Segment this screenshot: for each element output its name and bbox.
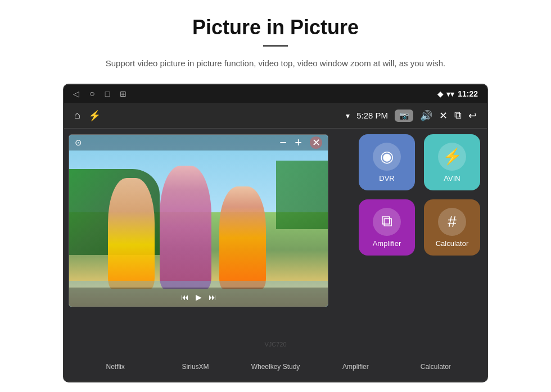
- calculator-label: Calculator: [436, 239, 469, 248]
- calculator-symbol: #: [448, 213, 457, 231]
- status-time: 11:22: [458, 89, 478, 98]
- pip-plus-button[interactable]: +: [295, 135, 302, 150]
- pip-bottom-bar: ⏮ ▶ ⏭: [69, 288, 328, 307]
- title-divider: [263, 45, 288, 47]
- app-icon-amplifier[interactable]: ⧉ Amplifier: [359, 199, 415, 256]
- netflix-name: Netflix: [106, 363, 125, 371]
- app-bar-time: 5:28 PM: [356, 111, 388, 120]
- device-frame: ◁ ○ □ ⊞ ◆ ▾▾ 11:22 ⌂ ⚡ ▾ 5:28 PM 📷 🔊: [63, 84, 488, 382]
- pip-next-button[interactable]: ⏭: [209, 293, 216, 302]
- app-bar-left: ⌂ ⚡: [74, 110, 101, 122]
- recents-nav-icon[interactable]: □: [105, 89, 110, 98]
- app-icon-calculator[interactable]: # Calculator: [424, 199, 480, 256]
- photo-icon: ⊞: [120, 89, 127, 98]
- status-bar: ◁ ○ □ ⊞ ◆ ▾▾ 11:22: [64, 85, 487, 103]
- dvr-label: DVR: [379, 174, 394, 183]
- amplifier-label: Amplifier: [373, 239, 401, 248]
- dvr-symbol: ◉: [380, 147, 394, 166]
- main-content: ◉ ⊙ − + ✕: [64, 129, 487, 381]
- pip-play-button[interactable]: ▶: [196, 293, 202, 302]
- home-nav-icon[interactable]: ○: [89, 89, 95, 99]
- pip-top-bar: ⊙ − + ✕: [69, 135, 328, 151]
- status-bar-right: ◆ ▾▾ 11:22: [437, 89, 478, 98]
- bottom-app-amplifier[interactable]: Amplifier: [315, 363, 395, 371]
- pip-close-button[interactable]: ✕: [310, 136, 322, 149]
- back-icon[interactable]: ↩: [468, 110, 477, 122]
- camera-button[interactable]: 📷: [395, 110, 413, 122]
- calculator-bottom-name: Calculator: [421, 363, 451, 371]
- close-icon[interactable]: ✕: [439, 110, 448, 122]
- avin-symbol: ⚡: [442, 147, 462, 166]
- wifi-signal-icon: ▾▾: [446, 90, 454, 98]
- app-bar-right: ▾ 5:28 PM 📷 🔊 ✕ ⧉ ↩: [346, 110, 477, 122]
- pip-record-icon: ⊙: [75, 138, 82, 148]
- pip-window-icon[interactable]: ⧉: [454, 110, 462, 121]
- bottom-app-calculator[interactable]: Calculator: [396, 363, 476, 371]
- pip-prev-button[interactable]: ⏮: [181, 293, 189, 302]
- page-title: Picture in Picture: [192, 16, 359, 39]
- siriusxm-name: SiriusXM: [182, 363, 209, 371]
- status-bar-left: ◁ ○ □ ⊞: [73, 89, 127, 99]
- wheelkey-name: Wheelkey Study: [251, 363, 300, 371]
- amplifier-symbol: ⧉: [381, 212, 392, 231]
- app-labels-row: Netflix SiriusXM Wheelkey Study Amplifie…: [64, 352, 487, 381]
- pip-minus-button[interactable]: −: [279, 135, 287, 150]
- app-bar: ⌂ ⚡ ▾ 5:28 PM 📷 🔊 ✕ ⧉ ↩: [64, 103, 487, 129]
- app-icons-right: ◉ DVR ⚡ AVIN ⧉ Amplifier: [359, 134, 480, 256]
- usb-icon: ⚡: [88, 110, 101, 122]
- back-nav-icon[interactable]: ◁: [73, 89, 79, 98]
- avin-label: AVIN: [444, 174, 460, 183]
- app-icon-dvr[interactable]: ◉ DVR: [359, 134, 415, 190]
- pip-video-overlay[interactable]: ⊙ − + ✕: [69, 134, 328, 307]
- page-subtitle: Support video picture in picture functio…: [106, 57, 445, 70]
- home-icon[interactable]: ⌂: [74, 110, 80, 121]
- page-container: Picture in Picture Support video picture…: [0, 0, 551, 392]
- bottom-app-netflix[interactable]: Netflix: [75, 363, 155, 371]
- wifi-icon: ▾: [346, 111, 350, 120]
- location-icon: ◆: [437, 90, 443, 98]
- pip-video-content: [69, 135, 328, 307]
- bottom-app-wheelkey[interactable]: Wheelkey Study: [236, 363, 315, 371]
- bottom-app-siriusxm[interactable]: SiriusXM: [155, 363, 235, 371]
- pip-playback-controls: ⏮ ▶ ⏭: [181, 293, 216, 302]
- amplifier-bottom-name: Amplifier: [342, 363, 369, 371]
- watermark: VJC720: [264, 341, 286, 348]
- speaker-icon[interactable]: 🔊: [420, 110, 432, 122]
- app-icon-avin[interactable]: ⚡ AVIN: [424, 134, 480, 190]
- pip-zoom-controls: − + ✕: [279, 135, 322, 150]
